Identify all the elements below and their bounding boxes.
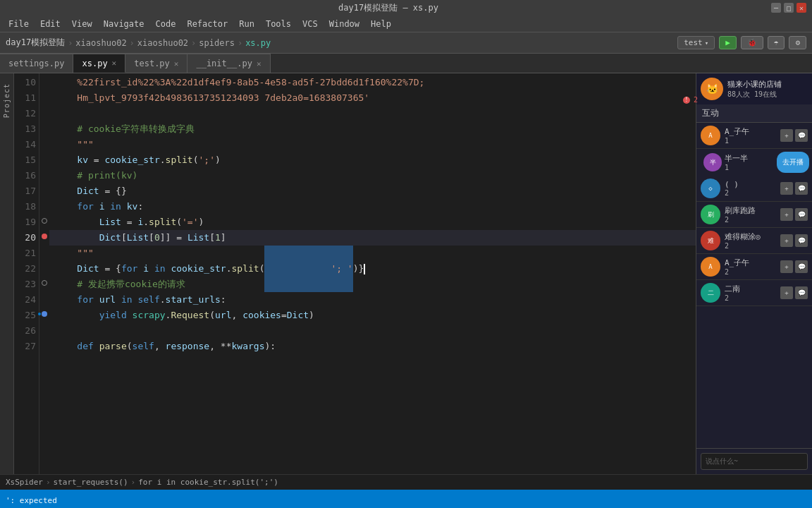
- user-info-ndht: 难得糊涂◎ 2: [725, 231, 776, 250]
- menu-code[interactable]: Code: [150, 16, 182, 32]
- user-avatar-skpl: 刷: [701, 205, 720, 224]
- gutter-19: [39, 213, 49, 229]
- code-line-21: """: [49, 246, 696, 261]
- comment-icon[interactable]: 💬: [795, 129, 808, 142]
- comment-icon-4[interactable]: 💬: [795, 234, 808, 247]
- comment-icon-3[interactable]: 💬: [795, 208, 808, 221]
- plus-icon-4[interactable]: +: [780, 234, 793, 247]
- gutter-12: [39, 104, 49, 120]
- menu-refactor[interactable]: Refactor: [181, 16, 233, 32]
- maximize-button[interactable]: □: [784, 3, 794, 13]
- join-row: 半 半一半 1 去开播: [696, 149, 812, 176]
- gutter-26: [39, 322, 49, 337]
- line-num-20: 20: [17, 230, 36, 246]
- user-info-1: A_子午 1: [725, 126, 776, 145]
- plus-icon[interactable]: +: [780, 129, 793, 142]
- online-count: 88人次 19在线: [727, 90, 808, 99]
- gutter-10: [39, 73, 49, 89]
- coverage-button[interactable]: ☂: [768, 36, 785, 49]
- tab-close-init[interactable]: ✕: [257, 59, 262, 68]
- tab-test-py[interactable]: test.py ✕: [125, 54, 187, 73]
- line-num-19: 19: [17, 214, 36, 230]
- bc-xsspider: XsSpider: [6, 478, 43, 487]
- plus-icon-6[interactable]: +: [780, 286, 793, 299]
- menu-file[interactable]: File: [3, 16, 35, 32]
- plus-icon-3[interactable]: +: [780, 208, 793, 221]
- menu-vcs[interactable]: VCS: [297, 16, 324, 32]
- bc-file: xs.py: [245, 38, 271, 48]
- gutter: [39, 73, 49, 474]
- code-content[interactable]: %22first_id%22%3A%22d1df4ef9-8ab5-4e58-a…: [49, 73, 696, 474]
- bc-for-loop: for i in cookie_str.split(';'): [138, 478, 278, 487]
- menu-bar: File Edit View Navigate Code Refactor Ru…: [0, 16, 812, 32]
- gutter-20: [39, 229, 49, 244]
- gutter-21: [39, 244, 49, 260]
- chat-user-1: A A_子午 1 + 💬: [696, 123, 812, 149]
- gutter-25: [39, 306, 49, 322]
- settings-button[interactable]: ⚙: [789, 36, 806, 49]
- chat-user-paren: ◇ ( ) 2 + 💬: [696, 176, 812, 202]
- toolbar: day17模拟登陆 › xiaoshuo02 › xiaoshuo02 › sp…: [0, 32, 812, 54]
- tab-settings-py[interactable]: settings.py: [0, 54, 73, 73]
- line-num-21: 21: [17, 246, 36, 261]
- text-cursor: [364, 264, 365, 274]
- line-num-11: 11: [17, 90, 36, 106]
- title-bar-controls[interactable]: ─ □ ✕: [771, 3, 806, 13]
- minimize-button[interactable]: ─: [771, 3, 781, 13]
- chat-user-azy2: A A_子午 2 + 💬: [696, 254, 812, 280]
- bc-xiaoshuo1: xiaoshuo02: [75, 38, 126, 48]
- tab-close-test[interactable]: ✕: [174, 59, 179, 68]
- code-line-13: # cookie字符串转换成字典: [49, 121, 696, 137]
- gutter-18: [39, 198, 49, 213]
- tab-close-xs[interactable]: ✕: [112, 59, 117, 68]
- gutter-23: [39, 275, 49, 291]
- menu-window[interactable]: Window: [324, 16, 365, 32]
- gutter-24: [39, 291, 49, 306]
- menu-navigate[interactable]: Navigate: [98, 16, 150, 32]
- sep2: ›: [130, 38, 135, 48]
- code-line-10: %22first_id%22%3A%22d1df4ef9-8ab5-4e58-a…: [49, 75, 696, 90]
- tab-label-xs: xs.py: [82, 59, 107, 68]
- line-num-12: 12: [17, 106, 36, 121]
- join-button[interactable]: 去开播: [777, 152, 809, 173]
- chat-input-area[interactable]: 说点什么~: [696, 448, 812, 474]
- chat-input[interactable]: 说点什么~: [701, 453, 808, 470]
- code-editor[interactable]: 10 11 12 13 14 15 16 17 18 19 20 21 22 2…: [14, 73, 696, 474]
- status-text: ': expected: [6, 496, 57, 505]
- menu-view[interactable]: View: [66, 16, 98, 32]
- bc-sep-2: ›: [131, 478, 136, 487]
- debug-button[interactable]: 🐞: [741, 36, 763, 49]
- user-info-azy2: A_子午 2: [725, 258, 776, 276]
- tab-xs-py[interactable]: xs.py ✕: [73, 54, 125, 73]
- gutter-15: [39, 151, 49, 167]
- gutter-14: [39, 135, 49, 151]
- tab-init-py[interactable]: __init__.py ✕: [187, 54, 270, 73]
- comment-icon-6[interactable]: 💬: [795, 286, 808, 299]
- gear-icon: ⚙: [795, 38, 800, 47]
- user-actions-1[interactable]: + 💬: [780, 129, 808, 142]
- plus-icon-5[interactable]: +: [780, 260, 793, 273]
- run-button[interactable]: ▶: [719, 36, 737, 49]
- code-line-23: # 发起携带cookie的请求: [49, 277, 696, 292]
- close-button[interactable]: ✕: [796, 3, 806, 13]
- chat-user-skpl: 刷 刷库跑路 2 + 💬: [696, 202, 812, 228]
- comment-icon-5[interactable]: 💬: [795, 260, 808, 273]
- bc-xiaoshuo2: xiaoshuo02: [137, 38, 188, 48]
- tab-label-init: __init__.py: [196, 59, 252, 68]
- line-num-26: 26: [17, 323, 36, 339]
- menu-help[interactable]: Help: [365, 16, 397, 32]
- menu-tools[interactable]: Tools: [260, 16, 297, 32]
- line-num-25: 25: [17, 308, 36, 323]
- comment-icon-2[interactable]: 💬: [795, 182, 808, 195]
- run-config-selector[interactable]: test ▾: [677, 36, 715, 49]
- user-list: A A_子午 1 + 💬 半 半一半 1: [696, 123, 812, 448]
- menu-edit[interactable]: Edit: [35, 16, 66, 32]
- project-sidebar-label: Project: [3, 83, 11, 118]
- code-line-25: yield scrapy . Request ( url , cookies =…: [49, 308, 696, 323]
- plus-icon-2[interactable]: +: [780, 182, 793, 195]
- tab-label-settings: settings.py: [8, 59, 64, 68]
- title-bar: day17模拟登陆 – xs.py ─ □ ✕: [0, 0, 812, 16]
- gutter-11: [39, 89, 49, 104]
- user-info-en: 二南 2: [725, 284, 776, 302]
- menu-run[interactable]: Run: [233, 16, 260, 32]
